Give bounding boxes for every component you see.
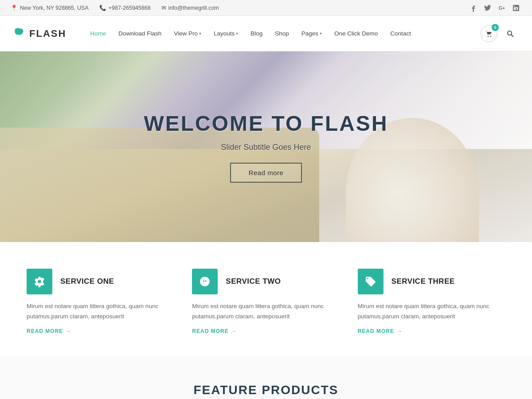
chevron-down-icon: ▾ xyxy=(236,31,238,36)
hero-subtitle: Slider Subtitle Goes Here xyxy=(221,143,311,152)
header-actions: 0 xyxy=(481,25,519,42)
gear-icon xyxy=(34,276,45,287)
service-two-link[interactable]: READ MORE → xyxy=(192,328,340,334)
nav-pages[interactable]: Pages ▾ xyxy=(295,16,328,51)
search-icon xyxy=(507,30,514,37)
arrow-right-icon: → xyxy=(397,328,403,334)
chevron-down-icon: ▾ xyxy=(199,31,201,36)
header: FLASH Home Download Flash View Pro ▾ Lay… xyxy=(0,16,532,51)
nav-view-pro[interactable]: View Pro ▾ xyxy=(168,16,207,51)
nav-layouts[interactable]: Layouts ▾ xyxy=(207,16,244,51)
main-nav: Home Download Flash View Pro ▾ Layouts ▾… xyxy=(84,16,481,51)
hero-section: WELCOME TO FLASH Slider Subtitle Goes He… xyxy=(0,51,532,242)
email: ✉ info@themegrill.com xyxy=(161,4,219,11)
service-one-header: SERVICE ONE xyxy=(27,269,174,294)
feature-products-title: FEATURE PRODUCTS xyxy=(27,383,505,397)
phone: 📞 +987-265945868 xyxy=(99,4,151,11)
svg-point-2 xyxy=(490,35,491,36)
top-bar-info: 📍 New York, NY 928865, USA 📞 +987-265945… xyxy=(11,4,219,11)
service-three: SERVICE THREE Mirum est notare quam litt… xyxy=(358,269,505,334)
service-one-icon xyxy=(27,269,52,294)
service-one: SERVICE ONE Mirum est notare quam litter… xyxy=(27,269,174,334)
service-three-icon xyxy=(358,269,383,294)
cart-count: 0 xyxy=(492,24,499,31)
nav-one-click-demo[interactable]: One Click Demo xyxy=(328,16,384,51)
hero-read-more-button[interactable]: Read more xyxy=(230,163,302,183)
service-one-title: SERVICE ONE xyxy=(60,277,114,286)
circle-icon xyxy=(199,276,211,287)
service-three-header: SERVICE THREE xyxy=(358,269,505,294)
twitter-icon[interactable] xyxy=(482,3,493,13)
location-icon: 📍 xyxy=(11,4,18,11)
logo-bird-icon xyxy=(13,26,26,41)
cart-button[interactable]: 0 xyxy=(481,25,497,42)
arrow-right-icon: → xyxy=(231,328,237,334)
services-section: SERVICE ONE Mirum est notare quam litter… xyxy=(0,242,532,356)
tag-icon xyxy=(365,276,376,287)
svg-point-3 xyxy=(508,31,512,35)
service-two-header: SERVICE TWO xyxy=(192,269,340,294)
chevron-down-icon: ▾ xyxy=(320,31,322,36)
googleplus-icon[interactable]: G+ xyxy=(497,3,507,13)
nav-home[interactable]: Home xyxy=(84,16,112,51)
svg-point-1 xyxy=(488,35,489,36)
address: 📍 New York, NY 928865, USA xyxy=(11,4,89,11)
search-button[interactable] xyxy=(502,25,519,42)
service-two-icon xyxy=(192,269,218,294)
nav-blog[interactable]: Blog xyxy=(244,16,269,51)
svg-line-4 xyxy=(511,35,513,37)
service-three-desc: Mirum est notare quam littera gothica, q… xyxy=(358,301,505,322)
facebook-icon[interactable] xyxy=(468,3,479,13)
service-one-desc: Mirum est notare quam littera gothica, q… xyxy=(27,301,174,322)
cart-icon xyxy=(485,30,493,37)
email-icon: ✉ xyxy=(161,4,166,11)
service-two: SERVICE TWO Mirum est notare quam litter… xyxy=(192,269,340,334)
svg-point-0 xyxy=(21,29,22,30)
logo[interactable]: FLASH xyxy=(13,26,66,41)
service-one-link[interactable]: READ MORE → xyxy=(27,328,174,334)
arrow-right-icon: → xyxy=(66,328,71,334)
feature-products-section: FEATURE PRODUCTS Collaboratively adminis… xyxy=(0,356,532,399)
social-links: G+ xyxy=(468,3,521,13)
hero-title: WELCOME TO FLASH xyxy=(144,111,388,136)
phone-icon: 📞 xyxy=(99,4,106,11)
top-bar: 📍 New York, NY 928865, USA 📞 +987-265945… xyxy=(0,0,532,16)
linkedin-icon[interactable] xyxy=(511,3,521,13)
logo-text: FLASH xyxy=(29,28,66,39)
service-two-desc: Mirum est notare quam littera gothica, q… xyxy=(192,301,340,322)
service-two-title: SERVICE TWO xyxy=(226,277,281,286)
nav-contact[interactable]: Contact xyxy=(384,16,417,51)
nav-download-flash[interactable]: Download Flash xyxy=(112,16,168,51)
service-three-title: SERVICE THREE xyxy=(391,277,455,286)
service-three-link[interactable]: READ MORE → xyxy=(358,328,505,334)
nav-shop[interactable]: Shop xyxy=(269,16,295,51)
hero-content: WELCOME TO FLASH Slider Subtitle Goes He… xyxy=(0,51,532,242)
